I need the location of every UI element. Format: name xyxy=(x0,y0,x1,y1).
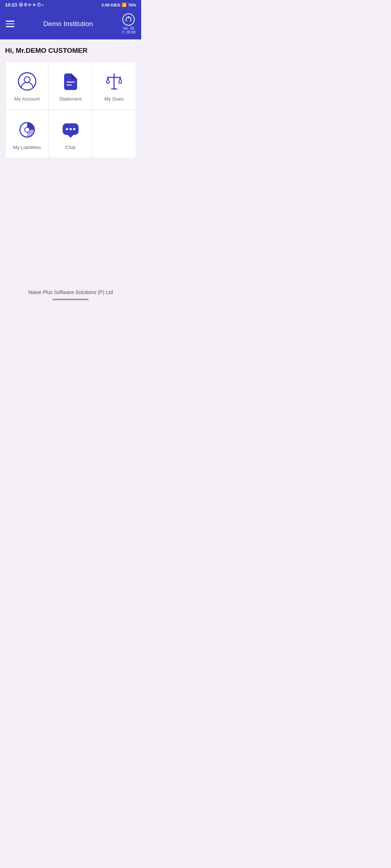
hamburger-menu-button[interactable] xyxy=(6,21,14,27)
session-time: ⏱ 09:39 xyxy=(122,30,135,34)
power-button[interactable] xyxy=(122,13,135,26)
menu-item-my-dues[interactable]: My Dues xyxy=(92,61,136,110)
app-title: Demo Institution xyxy=(43,20,93,28)
my-account-label: My Account xyxy=(14,96,40,102)
hamburger-line-3 xyxy=(6,26,14,27)
chat-icon xyxy=(61,120,80,140)
my-dues-icon xyxy=(104,72,124,91)
nav-icon: ⊳ xyxy=(28,3,31,7)
bitcoin-icon: Ⓑ xyxy=(19,2,23,8)
status-icons: Ⓑ ✆ ⊳ ➤ ⓕ • xyxy=(19,2,43,8)
menu-item-empty xyxy=(92,110,136,158)
status-bar: 10:23 Ⓑ ✆ ⊳ ➤ ⓕ • 2:00 KB/S 📶 76% xyxy=(0,0,141,10)
menu-item-my-liabilities[interactable]: My Liabilities xyxy=(5,110,49,158)
hamburger-line-1 xyxy=(6,21,14,22)
battery-text: 76% xyxy=(128,3,136,7)
menu-item-chat[interactable]: Chat xyxy=(49,110,92,158)
statement-icon xyxy=(61,72,80,91)
nav-right-section: Ver. 56 ⏱ 09:39 xyxy=(122,13,135,34)
menu-grid: My Account Statement xyxy=(5,61,136,158)
nav-bar: Demo Institution Ver. 56 ⏱ 09:39 xyxy=(0,10,141,39)
location-icon: ➤ xyxy=(33,3,36,7)
svg-point-1 xyxy=(24,77,30,82)
my-liabilities-icon xyxy=(17,120,37,140)
my-dues-label: My Dues xyxy=(104,96,123,102)
status-left: 10:23 Ⓑ ✆ ⊳ ➤ ⓕ • xyxy=(5,2,43,8)
my-liabilities-label: My Liabilities xyxy=(13,145,41,150)
footer-text: Naive Plus Software Solutions (P) Ltd xyxy=(28,289,113,295)
main-content: Hi, Mr.DEMO CUSTOMER My Account xyxy=(0,39,141,282)
svg-point-11 xyxy=(73,128,75,130)
wifi-icon: 📶 xyxy=(122,3,127,7)
menu-item-statement[interactable]: Statement xyxy=(49,61,92,110)
dot-icon: • xyxy=(42,3,43,7)
menu-item-my-account[interactable]: My Account xyxy=(5,61,49,110)
chat-label: Chat xyxy=(65,145,76,150)
statement-label: Statement xyxy=(59,96,82,102)
footer: Naive Plus Software Solutions (P) Ltd xyxy=(0,282,141,311)
hamburger-line-2 xyxy=(6,24,14,25)
status-time: 10:23 xyxy=(5,2,17,8)
svg-point-10 xyxy=(70,128,72,130)
network-speed: 2:00 KB/S xyxy=(102,3,120,7)
facebook-icon: ⓕ xyxy=(37,2,41,8)
greeting-text: Hi, Mr.DEMO CUSTOMER xyxy=(5,47,136,55)
bottom-home-bar xyxy=(52,299,89,300)
status-right: 2:00 KB/S 📶 76% xyxy=(102,3,136,7)
version-label: Ver. 56 xyxy=(123,26,134,30)
svg-point-9 xyxy=(66,128,68,130)
call-icon: ✆ xyxy=(24,3,27,7)
my-account-icon xyxy=(17,72,37,91)
